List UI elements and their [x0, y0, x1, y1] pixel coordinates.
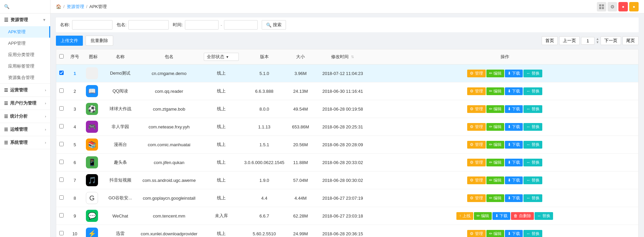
header-status[interactable]: 全部状态 ▼ — [201, 49, 242, 65]
row-checkbox[interactable] — [59, 142, 64, 146]
table-row: 10 ⚡ 迅雷 com.xunlei.downloadprovider 线上 5… — [56, 225, 638, 237]
op-download-button[interactable]: ⬇ 下载 — [505, 230, 523, 237]
op-edit-button[interactable]: ✏ 编辑 — [486, 123, 504, 131]
op-delete-button[interactable]: 🗑 自删除 — [511, 212, 534, 220]
row-version: 8.0.0 — [242, 100, 287, 118]
row-checkbox[interactable] — [59, 195, 64, 200]
row-checkbox-cell — [56, 65, 66, 82]
page-arrows-top[interactable]: ▲ ▼ — [596, 37, 599, 44]
home-icon[interactable]: 🏠 — [56, 4, 61, 9]
op-edit-button[interactable]: ✏ 编辑 — [486, 176, 504, 184]
op-edit-button[interactable]: ✏ 编辑 — [474, 212, 492, 220]
page-down-arrow-top[interactable]: ▼ — [596, 41, 599, 44]
op-edit-button[interactable]: ✏ 编辑 — [486, 230, 504, 237]
sidebar-item-app-category[interactable]: 应用分类管理 — [0, 49, 50, 61]
sidebar-item-resource-set[interactable]: 资源集合管理 — [0, 72, 50, 83]
op-download-button[interactable]: ⬇ 下载 — [505, 70, 523, 77]
sidebar-section-header-sys[interactable]: ☰ 系统管理 › — [0, 136, 50, 149]
op-manage-button[interactable]: ⚙ 管理 — [467, 87, 485, 95]
op-replace-button[interactable]: ↔ 替换 — [523, 159, 542, 166]
topbar-orange-icon[interactable]: ● — [629, 2, 639, 11]
op-edit-button[interactable]: ✏ 编辑 — [486, 194, 504, 202]
op-replace-button[interactable]: ↔ 替换 — [535, 212, 553, 220]
topbar-grid-icon[interactable] — [597, 2, 606, 11]
table-row: 5 📚 漫画台 com.comic.manhuatai 线上 1.5.1 20.… — [56, 136, 638, 154]
last-page-button-top[interactable]: 尾页 — [622, 36, 639, 45]
topbar-red-icon[interactable]: ● — [618, 2, 628, 11]
sidebar-search-input[interactable] — [11, 4, 46, 9]
op-download-button[interactable]: ⬇ 下载 — [505, 194, 523, 202]
op-download-button[interactable]: ⬇ 下载 — [492, 212, 510, 220]
op-replace-button[interactable]: ↔ 替换 — [523, 105, 542, 113]
sidebar-search-bar[interactable]: 🔍 — [0, 0, 50, 13]
filter-name-input[interactable] — [72, 20, 112, 30]
filter-pkg-input[interactable] — [128, 20, 169, 30]
sidebar-section-header-stats[interactable]: ☰ 统计分析 › — [0, 110, 50, 123]
op-online-button[interactable]: ↑ 上线 — [456, 212, 473, 220]
sidebar-section-header-devops[interactable]: ☰ 运维管理 › — [0, 123, 50, 136]
upload-file-button[interactable]: 上传文件 — [56, 36, 83, 46]
op-manage-button[interactable]: ⚙ 管理 — [467, 230, 485, 237]
row-seq: 5 — [66, 136, 83, 154]
next-page-button-top[interactable]: 下一页 — [601, 36, 621, 45]
op-edit-button[interactable]: ✏ 编辑 — [486, 105, 504, 113]
row-checkbox[interactable] — [59, 88, 64, 93]
search-button[interactable]: 🔍 搜索 — [262, 20, 286, 30]
row-icon: ⚽ — [83, 100, 103, 118]
op-download-button[interactable]: ⬇ 下载 — [505, 141, 523, 149]
prev-page-button-top[interactable]: 上一页 — [559, 36, 580, 45]
select-all-checkbox[interactable] — [59, 54, 64, 58]
op-manage-button[interactable]: ⚙ 管理 — [467, 159, 485, 166]
row-checkbox[interactable] — [59, 160, 64, 164]
page-number-input-top[interactable] — [581, 37, 594, 45]
row-checkbox[interactable] — [59, 231, 64, 235]
op-download-button[interactable]: ⬇ 下载 — [505, 159, 523, 166]
op-replace-button[interactable]: ↔ 替换 — [523, 176, 542, 184]
filter-time-end-input[interactable] — [224, 20, 258, 30]
op-replace-button[interactable]: ↔ 替换 — [523, 230, 542, 237]
filter-pkg-group: 包名: — [117, 20, 169, 30]
sidebar-section-header-user[interactable]: ☰ 用户行为管理 › — [0, 97, 50, 110]
sidebar-item-app[interactable]: APP管理 — [0, 38, 50, 49]
op-manage-button[interactable]: ⚙ 管理 — [467, 194, 485, 202]
op-edit-button[interactable]: ✏ 编辑 — [486, 70, 504, 77]
filter-time-start-input[interactable] — [185, 20, 219, 30]
op-edit-button[interactable]: ✏ 编辑 — [486, 159, 504, 166]
batch-delete-button[interactable]: 批量删除 — [86, 36, 113, 46]
op-replace-button[interactable]: ↔ 替换 — [523, 141, 542, 149]
row-checkbox[interactable] — [59, 177, 64, 182]
first-page-button-top[interactable]: 首页 — [542, 36, 558, 45]
op-edit-button[interactable]: ✏ 编辑 — [486, 87, 504, 95]
row-checkbox[interactable] — [59, 124, 64, 128]
row-version: 6.6.3.888 — [242, 82, 287, 100]
topbar-settings-icon[interactable]: ⚙ — [608, 2, 617, 11]
op-manage-button[interactable]: ⚙ 管理 — [467, 105, 485, 113]
row-checkbox[interactable] — [59, 213, 64, 218]
status-filter-dropdown[interactable]: 全部状态 ▼ — [204, 53, 239, 61]
header-time[interactable]: 修改时间 ⇅ — [314, 49, 371, 65]
row-seq: 7 — [66, 171, 83, 189]
op-download-button[interactable]: ⬇ 下载 — [505, 176, 523, 184]
op-manage-button[interactable]: ⚙ 管理 — [467, 176, 485, 184]
op-download-button[interactable]: ⬇ 下载 — [505, 87, 523, 95]
sidebar-item-app-tag[interactable]: 应用标签管理 — [0, 61, 50, 72]
sidebar-item-apk[interactable]: APK管理 — [0, 26, 50, 38]
op-replace-button[interactable]: ↔ 替换 — [523, 123, 542, 131]
filter-name-group: 名称: — [60, 20, 112, 30]
op-replace-button[interactable]: ↔ 替换 — [523, 70, 542, 77]
breadcrumb-level1[interactable]: 资源管理 — [67, 4, 84, 10]
op-replace-button[interactable]: ↔ 替换 — [523, 194, 542, 202]
row-checkbox[interactable] — [59, 106, 64, 111]
op-edit-button[interactable]: ✏ 编辑 — [486, 141, 504, 149]
sidebar-section-header-asset[interactable]: ☰ 资源管理 ▼ — [0, 13, 50, 26]
row-checkbox[interactable] — [59, 71, 64, 75]
op-manage-button[interactable]: ⚙ 管理 — [467, 70, 485, 77]
op-replace-button[interactable]: ↔ 替换 — [523, 87, 542, 95]
op-download-button[interactable]: ⬇ 下载 — [505, 105, 523, 113]
op-manage-button[interactable]: ⚙ 管理 — [467, 123, 485, 131]
op-download-button[interactable]: ⬇ 下载 — [505, 123, 523, 131]
sidebar-section-header-ops[interactable]: ☰ 运营管理 › — [0, 84, 50, 96]
op-manage-button[interactable]: ⚙ 管理 — [467, 141, 485, 149]
chevron-right-icon-user: › — [45, 101, 46, 105]
chevron-right-icon-sys: › — [45, 141, 46, 145]
